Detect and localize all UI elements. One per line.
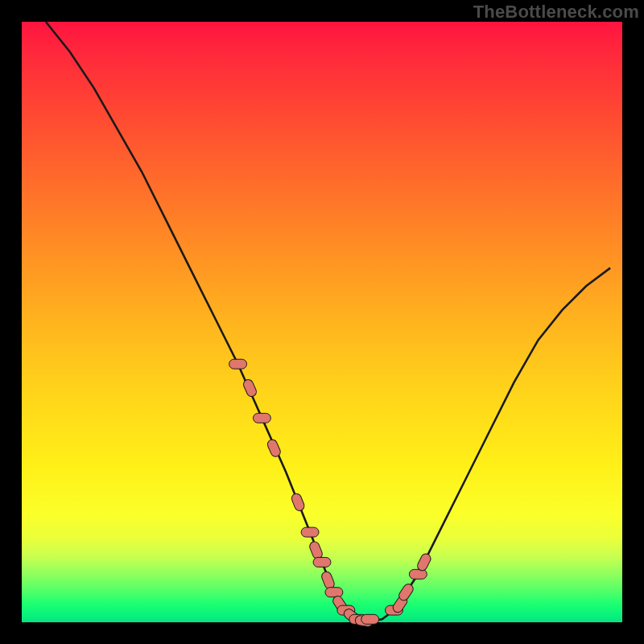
plot-area	[20, 20, 624, 624]
highlight-marker	[266, 438, 282, 458]
chart-frame: TheBottleneck.com	[0, 0, 644, 644]
highlight-marker	[325, 588, 343, 597]
highlight-markers-group	[229, 359, 432, 627]
bottleneck-curve	[46, 22, 610, 621]
highlight-marker	[313, 557, 331, 567]
highlight-marker	[242, 378, 258, 398]
highlight-marker	[301, 527, 319, 537]
highlight-marker	[229, 359, 247, 369]
highlight-marker	[361, 614, 379, 624]
highlight-marker	[409, 569, 427, 579]
highlight-marker	[291, 492, 306, 512]
highlight-marker	[253, 413, 270, 423]
curve-svg	[22, 22, 622, 622]
